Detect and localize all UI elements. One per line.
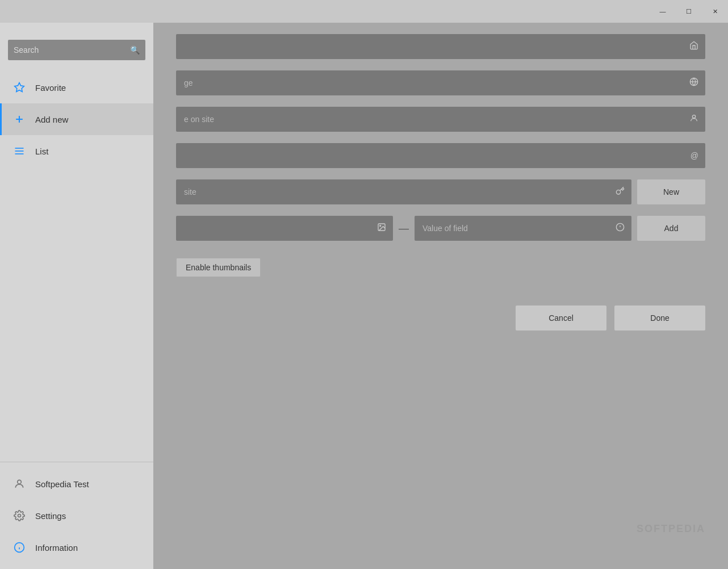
sidebar-item-favorite-label: Favorite [35,83,66,93]
new-button[interactable]: New [637,179,705,204]
settings-icon [11,508,27,524]
field-4-input[interactable] [176,143,705,168]
search-icon: 🔍 [130,45,140,55]
comment-icon [616,223,625,234]
sidebar-item-add-new[interactable]: Add new [0,103,153,135]
sidebar-item-information[interactable]: Information [0,532,153,563]
key-icon [616,186,625,198]
password-field-wrap [176,179,631,204]
password-field-row: New [176,179,705,204]
minimize-button[interactable]: — [650,0,676,23]
search-input[interactable] [8,40,145,60]
sidebar: ✕ 🔍 Favorite [0,0,153,569]
svg-point-16 [380,225,381,227]
sidebar-item-user-label: Softpedia Test [35,479,89,489]
search-container: 🔍 [8,40,145,60]
sidebar-item-list-label: List [35,147,48,156]
add-button[interactable]: Add [637,216,705,241]
favorite-icon [11,80,27,95]
svg-point-6 [18,480,22,484]
footer-buttons: Cancel Done [176,306,705,330]
checkbox-row: Enable thumbnails [176,258,705,277]
password-input[interactable] [176,179,631,204]
custom-fields-row: — Add [176,216,705,241]
custom-field-right-wrap [415,216,631,241]
svg-marker-0 [15,83,24,92]
sidebar-bottom: Softpedia Test Settings [0,462,153,569]
cancel-button[interactable]: Cancel [516,306,606,330]
field-1-input[interactable] [176,34,705,59]
user-icon [11,476,27,492]
app-container: ✕ 🔍 Favorite [0,0,728,569]
svg-point-7 [18,514,21,517]
sidebar-item-favorite[interactable]: Favorite [0,72,153,103]
image-icon [377,223,386,234]
custom-field-right-input[interactable] [415,216,631,241]
main-content: @ New [153,0,728,569]
globe-icon [689,77,698,89]
sidebar-item-settings[interactable]: Settings [0,500,153,532]
sidebar-item-information-label: Information [35,543,78,553]
svg-point-13 [692,115,695,118]
sidebar-item-settings-label: Settings [35,511,66,521]
sidebar-item-user[interactable]: Softpedia Test [0,468,153,500]
user-field-icon [689,114,698,125]
done-button[interactable]: Done [614,306,705,330]
watermark: SOFTPEDIA [637,523,705,535]
field-row-4: @ [176,143,705,168]
information-icon [11,539,27,555]
sidebar-nav: Favorite Add new [0,72,153,462]
custom-field-left-wrap [176,216,393,241]
enable-thumbnails-label[interactable]: Enable thumbnails [176,258,261,277]
dash-separator: — [399,223,409,235]
svg-point-14 [616,190,620,194]
list-icon [11,143,27,159]
custom-field-left-input[interactable] [176,216,393,241]
field-2-input[interactable] [176,70,705,95]
at-icon: @ [691,151,698,160]
field-row-1 [176,34,705,59]
field-3-input[interactable] [176,107,705,132]
add-new-icon [11,111,27,127]
field-row-2 [176,70,705,95]
home-icon [689,41,698,52]
field-row-3 [176,107,705,132]
form-section: @ New [176,34,705,330]
close-window-button[interactable]: ✕ [702,0,728,23]
window-controls: — ☐ ✕ [650,0,728,23]
sidebar-item-list[interactable]: List [0,135,153,167]
sidebar-item-add-new-label: Add new [35,115,68,124]
maximize-button[interactable]: ☐ [676,0,702,23]
title-bar: — ☐ ✕ [0,0,728,23]
